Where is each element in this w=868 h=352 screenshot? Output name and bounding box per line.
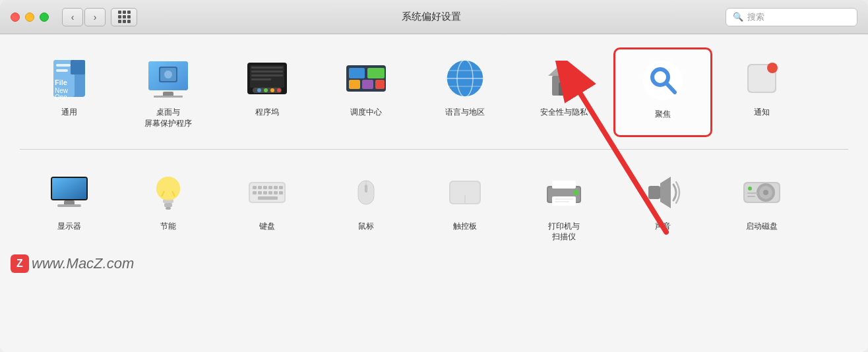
grid-view-button[interactable] bbox=[111, 8, 137, 26]
back-button[interactable]: ‹ bbox=[62, 8, 83, 26]
svg-point-24 bbox=[270, 88, 274, 92]
pref-notification[interactable]: 通知 bbox=[712, 47, 811, 137]
startup-label: 启动磁盘 bbox=[746, 221, 778, 232]
svg-marker-92 bbox=[660, 177, 671, 208]
svg-rect-65 bbox=[258, 186, 262, 189]
notification-label: 通知 bbox=[754, 107, 770, 118]
spotlight-label: 聚焦 bbox=[655, 109, 671, 120]
svg-rect-71 bbox=[258, 191, 262, 194]
svg-point-44 bbox=[643, 61, 683, 100]
svg-rect-30 bbox=[362, 80, 373, 89]
watermark-text: www.MacZ.com bbox=[32, 255, 134, 272]
svg-rect-4 bbox=[71, 60, 85, 74]
svg-rect-29 bbox=[349, 80, 360, 89]
svg-text:File: File bbox=[55, 78, 67, 86]
grid-icon bbox=[118, 11, 131, 23]
search-bar[interactable]: 🔍 搜索 bbox=[726, 8, 857, 26]
close-button[interactable] bbox=[11, 13, 20, 22]
keyboard-label: 键盘 bbox=[259, 221, 275, 232]
svg-rect-58 bbox=[166, 207, 171, 210]
energy-label: 节能 bbox=[160, 221, 176, 232]
pref-energy[interactable]: 节能 bbox=[119, 161, 218, 251]
svg-rect-18 bbox=[251, 71, 283, 73]
watermark-icon: Z bbox=[11, 254, 29, 273]
svg-rect-67 bbox=[268, 186, 272, 189]
trackpad-icon bbox=[442, 169, 488, 216]
trackpad-label: 触控板 bbox=[453, 221, 477, 232]
pref-sound[interactable]: 声音 bbox=[613, 161, 712, 251]
svg-rect-64 bbox=[253, 186, 257, 189]
svg-rect-91 bbox=[648, 186, 660, 199]
svg-rect-20 bbox=[251, 78, 271, 80]
svg-point-23 bbox=[264, 88, 268, 92]
mission-icon bbox=[343, 55, 389, 102]
mission-label: 调度中心 bbox=[350, 107, 382, 118]
pref-trackpad[interactable]: 触控板 bbox=[416, 161, 514, 251]
svg-marker-40 bbox=[548, 61, 580, 76]
security-label: 安全性与隐私 bbox=[540, 107, 588, 118]
svg-rect-17 bbox=[251, 67, 283, 69]
svg-rect-28 bbox=[367, 68, 385, 78]
pref-mission[interactable]: 调度中心 bbox=[317, 47, 416, 137]
pref-language[interactable]: 语言与地区 bbox=[416, 47, 514, 137]
forward-button[interactable]: › bbox=[84, 8, 106, 26]
svg-rect-74 bbox=[274, 191, 278, 194]
printer-icon bbox=[541, 169, 587, 216]
window-title: 系统偏好设置 bbox=[137, 11, 726, 23]
pref-display[interactable]: 显示器 bbox=[20, 161, 119, 251]
mouse-label: 鼠标 bbox=[358, 221, 374, 232]
pref-desktop[interactable]: 桌面与屏幕保护程序 bbox=[119, 47, 218, 137]
svg-rect-66 bbox=[263, 186, 267, 189]
svg-point-98 bbox=[748, 187, 752, 191]
svg-point-49 bbox=[767, 63, 778, 73]
desktop-icon bbox=[145, 55, 191, 102]
svg-rect-76 bbox=[258, 196, 278, 200]
svg-rect-3 bbox=[56, 69, 68, 72]
display-icon bbox=[46, 169, 92, 216]
pref-printer[interactable]: 打印机与扫描仪 bbox=[514, 161, 613, 251]
pref-spotlight[interactable]: 聚焦 bbox=[613, 47, 712, 137]
notification-icon bbox=[739, 55, 785, 102]
pref-startup[interactable]: 启动磁盘 bbox=[712, 161, 811, 251]
pref-security[interactable]: 安全性与隐私 bbox=[514, 47, 613, 137]
mouse-icon bbox=[343, 169, 389, 216]
dock-label: 程序坞 bbox=[255, 107, 279, 118]
svg-rect-43 bbox=[563, 88, 565, 92]
preference-row-1: File New One 通用 bbox=[20, 47, 848, 137]
svg-point-97 bbox=[763, 190, 768, 195]
general-icon: File New One bbox=[46, 55, 92, 102]
svg-point-25 bbox=[277, 88, 281, 92]
minimize-button[interactable] bbox=[25, 13, 34, 22]
svg-rect-100 bbox=[747, 196, 755, 197]
svg-point-90 bbox=[573, 190, 578, 195]
sound-label: 声音 bbox=[655, 221, 671, 232]
svg-rect-31 bbox=[375, 80, 385, 89]
search-icon: 🔍 bbox=[733, 12, 743, 22]
titlebar: ‹ › 系统偏好设置 🔍 搜索 bbox=[0, 0, 868, 34]
svg-rect-2 bbox=[56, 64, 71, 67]
svg-text:One: One bbox=[55, 94, 67, 100]
svg-rect-57 bbox=[164, 203, 172, 207]
svg-rect-87 bbox=[552, 196, 576, 206]
svg-rect-73 bbox=[268, 191, 272, 194]
startup-icon bbox=[739, 169, 785, 216]
pref-keyboard[interactable]: 键盘 bbox=[218, 161, 317, 251]
pref-mouse[interactable]: 鼠标 bbox=[317, 161, 416, 251]
maximize-button[interactable] bbox=[40, 13, 49, 22]
traffic-lights bbox=[11, 13, 49, 22]
content-area: Z www.MacZ.com File New One bbox=[0, 34, 868, 352]
dock-icon bbox=[244, 55, 290, 102]
svg-rect-52 bbox=[52, 178, 86, 199]
svg-point-22 bbox=[257, 88, 261, 92]
pref-general[interactable]: File New One 通用 bbox=[20, 47, 119, 137]
svg-rect-54 bbox=[57, 204, 81, 207]
svg-rect-27 bbox=[349, 68, 365, 78]
svg-rect-14 bbox=[154, 96, 183, 98]
pref-dock[interactable]: 程序坞 bbox=[218, 47, 317, 137]
security-icon bbox=[541, 55, 587, 102]
svg-rect-19 bbox=[251, 74, 283, 76]
general-label: 通用 bbox=[61, 107, 77, 118]
display-label: 显示器 bbox=[57, 221, 81, 232]
sound-icon bbox=[640, 169, 686, 216]
language-icon bbox=[442, 55, 488, 102]
